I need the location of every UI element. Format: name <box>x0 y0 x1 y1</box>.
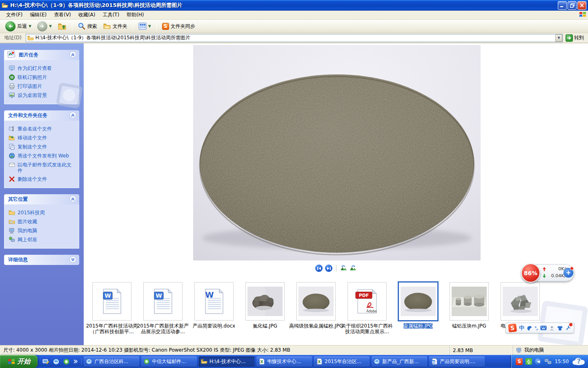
menu-file[interactable]: 文件(F) <box>2 11 26 19</box>
task-rename-file[interactable]: 重命名这个文件 <box>8 124 76 133</box>
menu-edit[interactable]: 编辑(E) <box>26 11 50 19</box>
place-my-computer[interactable]: 我的电脑 <box>8 226 76 235</box>
place-network[interactable]: 网上邻居 <box>8 235 76 244</box>
taskbar-window-5[interactable]: X 2015年自治区... <box>314 357 370 367</box>
taskbar-window-label: 中信大锰邮件... <box>152 358 186 365</box>
tray-clock[interactable]: 15:50 <box>555 359 569 364</box>
go-icon[interactable] <box>566 34 573 42</box>
file-name[interactable]: 关于组织2015年广西科技活动周重点展示... <box>340 323 394 334</box>
up-button[interactable] <box>56 21 69 31</box>
taskbar-window-label: 韦慷技术中心... <box>267 358 301 365</box>
place-2015-tech-week[interactable]: 2015科技周 <box>8 208 76 217</box>
file-thumbnail-selected[interactable] <box>398 281 439 321</box>
folder-sync-button[interactable]: S 文件夹同步 <box>160 22 197 31</box>
sogou-ime-bar[interactable]: S 中 °, <box>506 323 574 333</box>
taskbar-window-4[interactable]: X 韦慷技术中心... <box>256 357 312 367</box>
panel-picture-tasks: 图片任务 作为幻灯片查看 <box>4 50 79 104</box>
go-label[interactable]: 转到 <box>574 34 584 41</box>
quick-launch-overflow-icon[interactable] <box>73 359 78 364</box>
folders-button[interactable]: 文件夹 <box>101 21 129 31</box>
taskbar-window-3-active[interactable]: H:\4-技术中心... <box>199 357 254 367</box>
task-order-prints[interactable]: 联机订购照片 <box>8 73 76 82</box>
task-email-file[interactable]: 以电子邮件形式发送此文件 <box>8 160 76 175</box>
internet-explorer-icon[interactable] <box>53 358 60 365</box>
file-thumbnail[interactable]: W <box>143 282 183 321</box>
next-image-button[interactable] <box>325 265 332 272</box>
panel-details-header[interactable]: 详细信息 <box>4 255 79 265</box>
file-thumbnail[interactable] <box>296 282 336 321</box>
file-thumbnail[interactable]: W <box>92 282 131 321</box>
network-tray-icon[interactable] <box>544 359 552 365</box>
start-button[interactable]: 开始 <box>0 355 38 368</box>
rotate-counterclockwise-button[interactable] <box>340 265 347 272</box>
ime-account-icon[interactable] <box>549 325 555 331</box>
file-thumbnail[interactable] <box>450 282 489 321</box>
file-name-selected[interactable]: 金属锰粉.JPG <box>391 323 445 329</box>
task-move-file[interactable]: 移动这个文件 <box>8 133 76 142</box>
sogou-tray-icon[interactable]: S <box>516 358 523 365</box>
collapse-chevron-icon[interactable] <box>69 51 76 59</box>
restore-button[interactable] <box>568 1 577 10</box>
usb-safely-remove-icon[interactable] <box>526 358 532 365</box>
taskbar-window-1[interactable]: 广西自治区科... <box>84 357 139 367</box>
task-copy-file[interactable]: 复制这个文件 <box>8 142 76 151</box>
file-name[interactable]: 2015年广西科技活动周（广西科技创新平... <box>85 323 139 334</box>
views-button[interactable]: ▼ <box>136 22 153 31</box>
ime-fullmoon-icon[interactable] <box>527 325 532 331</box>
forward-dropdown-icon[interactable]: ▼ <box>49 24 52 28</box>
address-dropdown-button[interactable]: ▼ <box>555 34 562 42</box>
expand-chevron-icon[interactable] <box>69 256 76 264</box>
task-view-slideshow[interactable]: 作为幻灯片查看 <box>8 64 76 73</box>
help-cloud-icon[interactable]: ? <box>572 357 586 366</box>
back-icon <box>5 21 16 31</box>
minimize-button[interactable] <box>558 1 567 10</box>
task-delete-file[interactable]: 删除这个文件 <box>8 175 76 184</box>
file-name[interactable]: 高纯级脱氢金属锰粉.JPG <box>289 323 343 329</box>
menu-tools[interactable]: 工具(T) <box>99 11 123 19</box>
previous-image-button[interactable] <box>315 265 323 272</box>
file-name[interactable]: 产品简要说明.docx <box>187 323 241 329</box>
menu-view[interactable]: 查看(V) <box>50 11 75 19</box>
ime-skin-icon[interactable] <box>557 325 563 331</box>
network-speed-widget[interactable]: 86% 0K/s 0.04K/s + <box>522 265 574 281</box>
ime-keyboard-icon[interactable] <box>540 325 547 330</box>
show-desktop-icon[interactable] <box>42 358 49 365</box>
file-name[interactable]: 氮化锰.JPG <box>238 323 292 329</box>
task-publish-web[interactable]: 将这个文件发布到 Web <box>8 151 76 160</box>
menu-help[interactable]: 帮助(H) <box>123 11 147 19</box>
panel-other-places-header[interactable]: 其它位置 <box>4 194 79 204</box>
taskbar-window-6[interactable]: 新产品_广西新... <box>372 357 427 367</box>
back-dropdown-icon[interactable]: ▼ <box>29 24 31 28</box>
rotate-clockwise-button[interactable] <box>350 265 356 272</box>
file-thumbnail[interactable] <box>245 282 285 321</box>
taskbar-window-2[interactable]: 中信大锰邮件... <box>141 357 197 367</box>
ime-punctuation-mode[interactable]: °, <box>535 325 538 331</box>
panel-file-tasks: 文件和文件夹任务 重命名这个文件 <box>4 110 79 188</box>
file-thumbnail[interactable]: W <box>194 282 234 321</box>
menu-favorites[interactable]: 收藏(A) <box>75 11 99 19</box>
green-browser-icon[interactable] <box>63 358 70 365</box>
collapse-chevron-icon[interactable] <box>69 195 76 204</box>
hide-tray-icons-button[interactable]: ◀ <box>535 358 541 365</box>
back-button[interactable]: 后退 ▼ <box>3 20 33 32</box>
speed-percent-badge[interactable]: 86% <box>521 263 540 283</box>
close-button[interactable] <box>577 1 586 10</box>
ime-chinese-mode[interactable]: 中 <box>519 324 524 332</box>
file-name[interactable]: 锰铝压块m.JPG <box>442 323 496 329</box>
views-dropdown-icon[interactable]: ▼ <box>148 24 151 28</box>
ime-toolbox-icon[interactable] <box>566 325 571 332</box>
forward-button[interactable]: ▼ <box>35 20 54 32</box>
file-name[interactable]: 2015年广西新技术新产品展示交流活动参... <box>136 323 190 334</box>
file-thumbnail[interactable]: PDF Adobe <box>347 282 387 321</box>
move-file-icon <box>9 135 15 141</box>
panel-picture-tasks-header[interactable]: 图片任务 <box>4 50 79 60</box>
taskbar-window-7[interactable]: W 产品简要说明.... <box>429 357 485 367</box>
sogou-logo-icon[interactable]: S <box>508 323 517 332</box>
search-button[interactable]: 搜索 <box>76 21 99 31</box>
panel-file-tasks-header[interactable]: 文件和文件夹任务 <box>4 110 79 121</box>
file-thumbnail[interactable] <box>501 282 540 321</box>
address-input[interactable]: H:\4-技术中心\（1-9）各项科技活动\2015科技周\科技活动周所需图片 … <box>26 34 563 42</box>
place-my-pictures[interactable]: 图片收藏 <box>8 217 76 226</box>
collapse-chevron-icon[interactable] <box>69 112 76 120</box>
preview-image[interactable] <box>193 45 481 260</box>
